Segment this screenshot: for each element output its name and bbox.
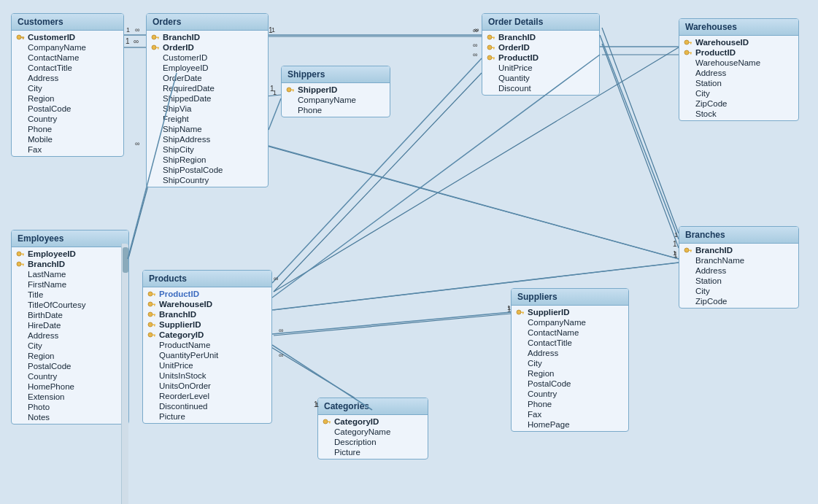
field-b-branchid: BranchID bbox=[679, 245, 798, 255]
svg-point-47 bbox=[684, 50, 689, 55]
field-warehouseid: WarehouseID bbox=[679, 37, 798, 47]
field-s-fax: Fax bbox=[512, 409, 628, 419]
svg-line-9 bbox=[602, 44, 679, 248]
order-details-table: Order Details BranchID OrderID ProductID… bbox=[482, 13, 600, 96]
svg-rect-57 bbox=[21, 264, 24, 265]
field-e-city: City bbox=[12, 341, 128, 351]
field-shipcity: ShipCity bbox=[147, 144, 268, 155]
field-quantityperunit: QuantityPerUnit bbox=[143, 350, 271, 360]
field-e-region: Region bbox=[12, 351, 128, 361]
svg-point-71 bbox=[148, 333, 153, 337]
field-region: Region bbox=[12, 93, 123, 104]
svg-text:∞: ∞ bbox=[473, 51, 477, 58]
svg-rect-45 bbox=[689, 42, 692, 44]
field-fax: Fax bbox=[12, 144, 123, 155]
svg-rect-36 bbox=[492, 37, 495, 39]
field-discontinued: Discontinued bbox=[143, 401, 271, 411]
svg-rect-76 bbox=[522, 313, 524, 314]
field-p-picture: Picture bbox=[143, 411, 271, 422]
field-c-picture: Picture bbox=[318, 447, 428, 457]
svg-rect-58 bbox=[23, 265, 24, 266]
svg-point-44 bbox=[684, 40, 689, 44]
field-s-contacttitle: ContactTitle bbox=[512, 338, 628, 348]
field-branchid: BranchID bbox=[147, 32, 268, 42]
diagram-canvas: 1 ∞ 1 1 ∞ 1 1 1 1 bbox=[0, 0, 818, 504]
svg-point-41 bbox=[487, 55, 492, 60]
employees-table-header: Employees bbox=[12, 230, 128, 247]
svg-point-59 bbox=[148, 292, 153, 296]
svg-rect-49 bbox=[690, 53, 692, 55]
field-firstname: FirstName bbox=[12, 279, 128, 290]
field-s-country: Country bbox=[512, 389, 628, 399]
pk-icon bbox=[147, 311, 156, 318]
svg-line-91 bbox=[269, 146, 679, 259]
field-requireddate: RequiredDate bbox=[147, 83, 268, 93]
svg-point-35 bbox=[487, 35, 492, 39]
field-photo: Photo bbox=[12, 402, 128, 412]
svg-text:∞: ∞ bbox=[134, 37, 139, 45]
field-birthdate: BirthDate bbox=[12, 310, 128, 320]
field-b-address: Address bbox=[679, 265, 798, 276]
field-branchname: BranchName bbox=[679, 255, 798, 265]
pk-icon bbox=[684, 49, 692, 56]
svg-rect-73 bbox=[154, 336, 155, 337]
field-postalcode: PostalCode bbox=[12, 104, 123, 114]
pk-icon bbox=[16, 250, 25, 257]
field-e-branchid: BranchID bbox=[12, 259, 128, 269]
orders-table: Orders BranchID OrderID CustomerID Emplo… bbox=[146, 13, 269, 187]
svg-text:1: 1 bbox=[273, 89, 277, 96]
svg-rect-31 bbox=[158, 48, 159, 50]
svg-rect-63 bbox=[153, 304, 155, 306]
svg-text:1: 1 bbox=[270, 85, 274, 93]
field-hiredate: HireDate bbox=[12, 320, 128, 330]
svg-rect-25 bbox=[23, 38, 24, 39]
svg-rect-66 bbox=[153, 314, 155, 316]
svg-text:1: 1 bbox=[673, 240, 677, 248]
field-p-warehouseid: WarehouseID bbox=[143, 299, 271, 309]
field-w-stock: Stock bbox=[679, 109, 798, 119]
field-s-postalcode: PostalCode bbox=[512, 379, 628, 389]
pk-icon bbox=[487, 54, 495, 61]
field-shippostalcode: ShipPostalCode bbox=[147, 165, 268, 175]
field-warehousename: WarehouseName bbox=[679, 58, 798, 68]
svg-text:∞: ∞ bbox=[135, 26, 139, 34]
field-e-address: Address bbox=[12, 330, 128, 341]
svg-point-68 bbox=[148, 322, 153, 327]
svg-point-74 bbox=[517, 310, 521, 314]
svg-text:1: 1 bbox=[674, 231, 678, 239]
field-discount: Discount bbox=[482, 83, 599, 93]
field-unitsinstock: UnitsInStock bbox=[143, 371, 271, 381]
employees-table: Employees EmployeeID BranchID LastName F… bbox=[11, 230, 129, 424]
svg-rect-40 bbox=[493, 48, 495, 50]
field-s-city: City bbox=[512, 358, 628, 368]
field-titleofcourtesy: TitleOfCourtesy bbox=[12, 300, 128, 310]
pk-icon bbox=[516, 309, 525, 316]
svg-text:1: 1 bbox=[673, 249, 676, 257]
products-table-header: Products bbox=[143, 271, 271, 287]
field-city: City bbox=[12, 83, 123, 93]
field-phone: Phone bbox=[12, 124, 123, 134]
shippers-table-header: Shippers bbox=[282, 66, 390, 83]
pk-icon bbox=[147, 321, 156, 328]
field-e-postalcode: PostalCode bbox=[12, 361, 128, 371]
field-homephone: HomePhone bbox=[12, 381, 128, 392]
svg-point-65 bbox=[148, 312, 153, 317]
suppliers-table: Suppliers SupplierID CompanyName Contact… bbox=[511, 288, 629, 432]
svg-line-89 bbox=[600, 35, 679, 239]
warehouses-table-header: Warehouses bbox=[679, 19, 798, 36]
svg-rect-34 bbox=[293, 90, 294, 92]
shippers-table: Shippers ShipperID CompanyName Phone bbox=[281, 66, 390, 117]
field-orderdate: OrderDate bbox=[147, 73, 268, 83]
field-w-productid: ProductID bbox=[679, 47, 798, 58]
field-p-supplierid: SupplierID bbox=[143, 319, 271, 330]
field-companyname: CompanyName bbox=[12, 42, 123, 53]
field-b-station: Station bbox=[679, 276, 798, 286]
field-orderid: OrderID bbox=[147, 42, 268, 53]
svg-point-38 bbox=[487, 45, 492, 50]
pk-icon bbox=[684, 247, 692, 254]
field-w-city: City bbox=[679, 88, 798, 98]
categories-table: Categories CategoryID CategoryName Descr… bbox=[317, 398, 428, 460]
field-s-phone: Phone bbox=[512, 399, 628, 409]
svg-rect-33 bbox=[291, 90, 294, 91]
field-mobile: Mobile bbox=[12, 134, 123, 144]
